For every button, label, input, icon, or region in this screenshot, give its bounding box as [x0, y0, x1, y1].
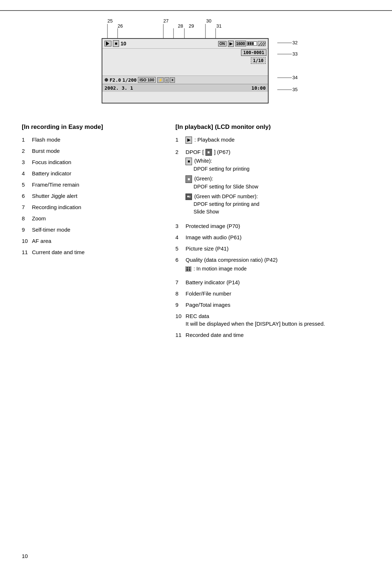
label-31: 31	[216, 23, 221, 29]
item-text-11: Current date and time	[32, 248, 161, 256]
label-34-row: 34	[277, 75, 298, 80]
dpof-green2-label: (Green with DPOF number):	[194, 194, 258, 199]
label-35-row: 35	[277, 87, 298, 92]
quality-sub: : In motion image mode	[185, 265, 370, 273]
item-text-10: AF area	[32, 237, 161, 245]
diagonal-icon	[258, 41, 266, 46]
dpof-green-label: (Green):	[194, 176, 213, 182]
list-item: 6 Shutter Jiggle alert	[22, 192, 161, 200]
dpof-green: ■ (Green): DPOF setting for Slide Show	[185, 175, 370, 191]
label-32: 32	[293, 40, 298, 45]
playback-play-icon: ▶	[185, 137, 192, 143]
playback-item-4: 4 Image with audio (P61)	[175, 233, 370, 241]
playback-section-title: [In playback] (LCD monitor only)	[175, 123, 370, 131]
pb-num-11: 11	[175, 331, 185, 339]
list-item: 11 Current date and time	[22, 248, 161, 256]
shutter-value: 1/200	[122, 77, 136, 83]
pb-quality-label: Quality (data compression ratio) (P42)	[185, 257, 277, 263]
dpof-white-desc: DPOF setting for printing	[193, 166, 249, 172]
page-number-row: 1/10	[102, 57, 268, 65]
dpof-icon-box: ■	[113, 40, 119, 47]
playback-item-5: 5 Picture size (P41)	[175, 245, 370, 252]
label-32-row: 32	[277, 40, 298, 45]
playback-item-10: 10 REC data It will be displayed when th…	[175, 312, 370, 327]
dpof-green2-desc2: Slide Show	[193, 209, 219, 215]
dpof-inline-icon: ■	[205, 149, 212, 156]
pb-num-1: 1	[175, 136, 185, 144]
pb-text-3: Protected image (P70)	[185, 222, 370, 230]
dpof-white: ■ (White): DPOF setting for printing	[185, 157, 370, 173]
item-text-4: Battery indicator	[32, 170, 161, 177]
pb-num-10: 10	[175, 312, 185, 320]
playback-item-7: 7 Battery indicator (P14)	[175, 278, 370, 286]
list-item: 10 AF area	[22, 237, 161, 245]
lock-icon-box: ▶	[228, 41, 234, 47]
line-33	[277, 54, 292, 54]
right-labels: 32 33 34 35	[277, 40, 298, 92]
grid-cell-4	[189, 269, 191, 271]
grid-cell-3	[186, 269, 188, 271]
rec-data-label: REC data	[185, 313, 209, 319]
camera-diagram: 25 26 27 28 29 30 31 ■	[94, 18, 298, 116]
label-30: 30	[206, 18, 211, 24]
item-num-7: 7	[22, 203, 32, 211]
pointer-lines-top	[94, 18, 290, 40]
dpof-icon-char: ■	[115, 41, 117, 46]
play-icon-box	[105, 41, 111, 46]
list-item: 1 Flash mode	[22, 136, 161, 143]
playback-item-9: 9 Page/Total images	[175, 301, 370, 309]
dpof-white-label: (White):	[194, 158, 212, 164]
playback-section: [In playback] (LCD monitor only) 1 ▶ : P…	[175, 123, 370, 342]
list-item: 8 Zoom	[22, 215, 161, 222]
pb-text-11: Recorded date and time	[185, 331, 370, 339]
recording-section: [In recording in Easy mode] 1 Flash mode…	[22, 123, 161, 342]
rec-data-desc: It will be displayed when the [DISPLAY] …	[185, 321, 325, 327]
extra-icons: ⚡ ♫ ✦	[157, 77, 175, 83]
item-text-1: Flash mode	[32, 136, 161, 143]
list-item: 4 Battery indicator	[22, 170, 161, 177]
pb-num-3: 3	[175, 222, 185, 230]
motion-image-label: : In motion image mode	[193, 266, 246, 272]
motion-image-mode: : In motion image mode	[185, 265, 370, 273]
item-num-9: 9	[22, 226, 32, 233]
label-29: 29	[189, 23, 194, 29]
lcd-top-row: ■ 10 ON ▶ 1600	[102, 39, 268, 49]
playback-item-8: 8 Folder/File number	[175, 290, 370, 297]
file-number-row: 100-0001	[102, 49, 268, 57]
list-item: 9 Self-timer mode	[22, 226, 161, 233]
item-num-10: 10	[22, 237, 32, 245]
lcd-spacer-middle	[102, 65, 268, 76]
dpof-green2-desc: DPOF setting for printing and	[193, 201, 259, 207]
iso-1600: 1600	[235, 41, 246, 46]
burst-number: 10	[121, 41, 126, 46]
day-value: 1	[130, 85, 133, 91]
pb-num-4: 4	[175, 233, 185, 241]
item-text-8: Zoom	[32, 215, 161, 222]
playback-item-list: 1 ▶ : Playback mode 2 DPOF [ ■ ] (P67) ■	[175, 136, 370, 339]
pb-dpof-ref: ] (P67)	[214, 149, 230, 155]
item-num-3: 3	[22, 158, 32, 166]
line-34	[277, 77, 292, 78]
playback-item-2: 2 DPOF [ ■ ] (P67) ■ (White): DPOF setti…	[175, 148, 370, 218]
pb-dpof-label: DPOF [	[185, 149, 204, 155]
grid-cell-1	[186, 267, 188, 269]
label-33-row: 33	[277, 51, 298, 57]
item-num-11: 11	[22, 248, 32, 256]
dpof-green-icon: ■	[185, 175, 192, 183]
on-icon-box: ON	[218, 41, 226, 46]
label-27: 27	[163, 18, 168, 24]
pb-text-4: Image with audio (P61)	[185, 233, 370, 241]
item-text-6: Shutter Jiggle alert	[32, 192, 161, 200]
pb-text-6: Quality (data compression ratio) (P42) :…	[185, 256, 370, 275]
battery-indicator-top	[247, 41, 257, 46]
lcd-settings-row: F2.0 1/200 ISO 100 ⚡ ♫ ✦	[102, 76, 268, 84]
item-num-6: 6	[22, 192, 32, 200]
line-35	[277, 89, 292, 90]
list-item: 2 Burst mode	[22, 147, 161, 155]
item-num-1: 1	[22, 136, 32, 143]
sound-icon: ♫	[164, 77, 170, 83]
date-value: 2002.	[105, 85, 119, 91]
pb-num-8: 8	[175, 290, 185, 297]
recording-item-list: 1 Flash mode 2 Burst mode 3 Focus indica…	[22, 136, 161, 256]
item-num-8: 8	[22, 215, 32, 222]
